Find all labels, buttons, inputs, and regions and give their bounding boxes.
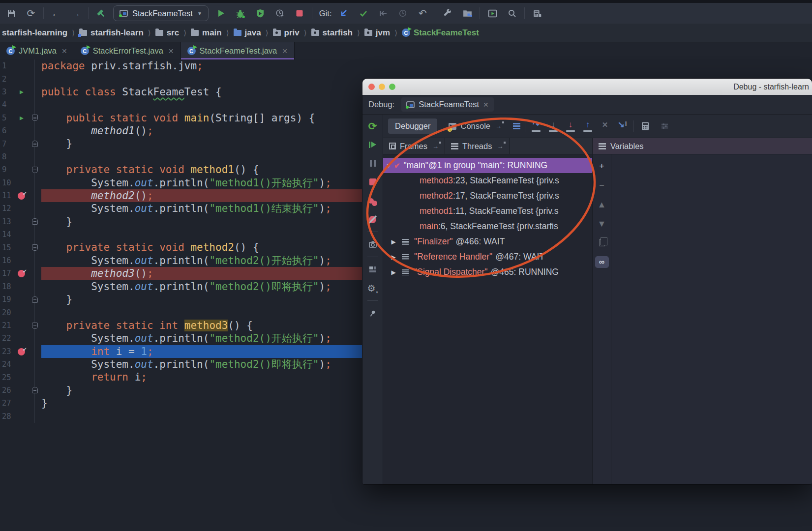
breadcrumb-item-java[interactable]: java (234, 28, 261, 38)
expand-arrow-icon[interactable]: ▶ (388, 254, 399, 261)
fold-marker-icon[interactable] (32, 218, 38, 225)
fold-gutter[interactable] (29, 345, 41, 358)
run-to-cursor-button[interactable]: ↘I (616, 120, 629, 132)
breadcrumb-item-starfish-learning[interactable]: starfish-learning (2, 28, 67, 38)
fold-gutter[interactable] (29, 72, 41, 85)
fold-gutter[interactable] (29, 267, 41, 280)
rerun-button[interactable]: ⟳ (366, 119, 379, 132)
fold-gutter[interactable] (29, 163, 41, 176)
search-icon[interactable] (505, 6, 519, 21)
wrench-icon[interactable] (440, 6, 455, 21)
expand-arrow-icon[interactable]: ▶ (388, 269, 399, 276)
layout-options-icon[interactable] (513, 123, 520, 129)
thread-row[interactable]: ▶"Finalizer"@466: WAIT (383, 234, 592, 249)
debug-icon[interactable] (233, 6, 248, 21)
step-into-button[interactable]: ↓ (547, 120, 560, 132)
gutter-cell[interactable]: ✔ (15, 269, 29, 277)
fold-marker-icon[interactable] (32, 323, 38, 329)
frames-view-header[interactable]: Frames → (383, 138, 445, 154)
fold-marker-icon[interactable] (32, 167, 38, 173)
fold-gutter[interactable] (29, 59, 41, 72)
step-out-button[interactable]: ↑ (581, 120, 594, 132)
tab-close-icon[interactable]: ✕ (168, 47, 174, 55)
thread-dump-camera-button[interactable] (366, 238, 379, 251)
settings-filter-icon[interactable] (657, 119, 672, 134)
tab-close-icon[interactable]: ✕ (282, 47, 288, 55)
breadcrumb-item-src[interactable]: src (155, 28, 180, 38)
fold-gutter[interactable] (29, 124, 41, 137)
expand-arrow-icon[interactable]: ▶ (388, 238, 399, 245)
restore-layout-button[interactable] (366, 263, 379, 276)
breakpoint-icon[interactable]: ✔ (18, 348, 26, 355)
duplicate-watch-button[interactable] (595, 237, 609, 249)
code-text[interactable]: package priv.starfish.jvm; (41, 59, 812, 72)
breakpoint-icon[interactable]: ✔ (18, 192, 26, 200)
fold-gutter[interactable] (29, 371, 41, 384)
run-config-select[interactable]: StackFeameTest ▼ (113, 5, 209, 21)
breadcrumb-item-main[interactable]: main (191, 28, 222, 38)
add-watch-button[interactable]: + (595, 160, 609, 172)
fold-gutter[interactable] (29, 410, 41, 423)
run-window-icon[interactable] (485, 6, 500, 21)
fold-marker-icon[interactable] (32, 296, 38, 303)
fold-gutter[interactable] (29, 319, 41, 332)
move-watch-down-button[interactable]: ▼ (595, 218, 609, 230)
thread-row[interactable]: ▶"Reference Handler"@467: WAIT (383, 249, 592, 265)
run-icon[interactable] (213, 6, 228, 21)
stack-frame-row[interactable]: main:6, StackFeameTest {priv.starfis (383, 219, 592, 234)
fold-marker-icon[interactable] (32, 387, 38, 393)
fold-marker-icon[interactable] (32, 141, 38, 147)
fold-gutter[interactable] (29, 112, 41, 124)
stack-frame-row[interactable]: method3:23, StackFeameTest {priv.s (383, 173, 592, 188)
fold-gutter[interactable] (29, 86, 41, 98)
zoom-traffic-light[interactable] (389, 84, 395, 90)
tab-jvm1[interactable]: JVM1.java ✕ (0, 42, 74, 59)
fold-marker-icon[interactable] (32, 244, 38, 251)
show-watches-button[interactable]: ∞ (595, 256, 609, 268)
git-update-icon[interactable] (336, 6, 351, 21)
main-thread-row[interactable]: ▼✔"main"@1 in group "main": RUNNING (383, 158, 592, 173)
tab-console[interactable]: Console → (442, 118, 509, 134)
move-watch-up-button[interactable]: ▲ (595, 199, 609, 210)
run-gutter-icon[interactable]: ▶ (20, 88, 24, 95)
debug-titlebar[interactable]: Debug - starfish-learn (362, 79, 812, 95)
drop-frame-button[interactable]: ✕ (599, 120, 611, 132)
profiler-icon[interactable] (272, 6, 287, 21)
variables-content[interactable] (611, 154, 812, 484)
remove-watch-button[interactable]: − (595, 179, 609, 191)
resume-button[interactable] (366, 138, 379, 151)
evaluate-expression-icon[interactable] (638, 119, 653, 134)
coverage-icon[interactable] (253, 6, 268, 21)
breadcrumb-item-priv[interactable]: priv (273, 28, 300, 38)
fold-gutter[interactable] (29, 137, 41, 150)
breadcrumb-item-starfish[interactable]: starfish (311, 28, 353, 38)
breadcrumb-item-jvm[interactable]: jvm (364, 28, 390, 38)
sync-icon[interactable]: ⟳ (24, 6, 38, 21)
fold-gutter[interactable] (29, 202, 41, 215)
fold-gutter[interactable] (29, 332, 41, 345)
gutter-cell[interactable]: ✔ (15, 192, 29, 200)
git-rollback-icon[interactable]: ↶ (415, 6, 430, 21)
fold-gutter[interactable] (29, 384, 41, 397)
stack-frame-row[interactable]: method1:11, StackFeameTest {priv.s (383, 204, 592, 219)
threads-view-header[interactable]: Threads → (445, 138, 510, 154)
pin-icon[interactable] (366, 307, 379, 320)
breadcrumb-item-starfish-learn[interactable]: starfish-learn (79, 28, 144, 38)
build-hammer-icon[interactable] (93, 6, 108, 21)
mute-breakpoints-button[interactable] (366, 213, 379, 226)
fold-gutter[interactable] (29, 98, 41, 111)
project-structure-icon[interactable] (460, 6, 475, 21)
gutter-cell[interactable]: ✔ (15, 348, 29, 355)
save-icon[interactable] (4, 6, 19, 21)
fold-gutter[interactable] (29, 358, 41, 371)
git-commit-icon[interactable] (356, 6, 371, 21)
stop-icon[interactable] (292, 6, 307, 21)
fold-gutter[interactable] (29, 280, 41, 293)
breadcrumb-item-stackfeametest[interactable]: StackFeameTest (402, 28, 479, 38)
fold-gutter[interactable] (29, 177, 41, 189)
fold-gutter[interactable] (29, 189, 41, 202)
git-history-icon[interactable] (395, 6, 410, 21)
step-over-button[interactable]: ↷ (530, 120, 542, 132)
fold-gutter[interactable] (29, 228, 41, 241)
fold-gutter[interactable] (29, 215, 41, 228)
